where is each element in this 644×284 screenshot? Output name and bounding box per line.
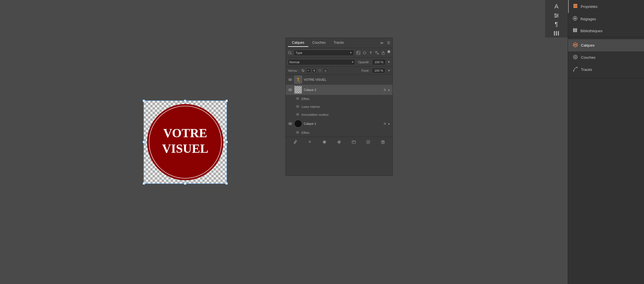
sub-effets-calque1-label: Effets [302, 131, 309, 134]
artwork-canvas: VOTRE VISUEL [144, 101, 227, 184]
svg-point-35 [363, 51, 366, 54]
add-fx-button[interactable]: fx [307, 139, 313, 145]
svg-point-55 [297, 114, 298, 115]
filter-icon-image[interactable] [356, 50, 361, 55]
svg-rect-22 [573, 28, 574, 32]
text-tool-icon[interactable]: A [548, 2, 565, 11]
sidebar-item-reglages[interactable]: Réglages [568, 13, 644, 25]
artwork-container[interactable]: VOTRE VISUEL [144, 101, 227, 184]
delete-layer-button[interactable] [380, 139, 386, 145]
svg-point-47 [290, 79, 291, 80]
layers-tab-controls: ≫ ☰ [380, 41, 390, 45]
adjust-icon[interactable] [548, 11, 565, 20]
group-layers-button[interactable] [351, 139, 357, 145]
filter-label: Type [296, 51, 302, 54]
sidebar-item-proprietes[interactable]: Propriétés [568, 0, 644, 13]
visibility-calque-1[interactable] [288, 121, 292, 126]
layer-votre-visuel[interactable]: T ⚠ VOTRE VISUEL [286, 75, 393, 85]
mask-button[interactable] [336, 139, 342, 145]
fill-label: Fond : [361, 69, 370, 72]
opacity-arrow[interactable]: ▼ [387, 60, 390, 64]
visibility-calque-2[interactable] [288, 88, 292, 92]
layers-panel-icon [573, 3, 578, 10]
svg-rect-12 [558, 31, 559, 36]
sidebar-item-bibliotheques[interactable]: Bibliothèques [568, 25, 644, 37]
calques-label-right: Calques [581, 43, 595, 47]
lock-artboard-icon[interactable] [318, 68, 322, 73]
fill-arrow[interactable]: ▼ [388, 69, 390, 72]
svg-rect-64 [352, 141, 355, 143]
svg-point-30 [576, 67, 578, 68]
layer-expand-calque-1[interactable]: ▲ [388, 122, 390, 125]
svg-rect-45 [325, 71, 326, 72]
sub-lueur-label: Lueur interne [302, 105, 320, 108]
fill-value[interactable]: 100 % [372, 68, 385, 73]
thumb-calque-1 [294, 120, 302, 128]
svg-rect-41 [302, 69, 303, 71]
lock-move-icon[interactable] [312, 68, 316, 73]
libraries-icon[interactable] [548, 29, 565, 38]
svg-rect-33 [357, 51, 360, 54]
eye-lueur-interne[interactable] [296, 105, 300, 109]
lock-paint-icon[interactable]: ✏ [306, 68, 311, 73]
filter-dot [387, 50, 390, 53]
new-fill-button[interactable] [321, 139, 328, 145]
layer-calque-1[interactable]: Calque 1 fx ▲ [286, 119, 393, 129]
tab-couches[interactable]: Couches [308, 39, 329, 47]
filter-icon-lock[interactable] [381, 50, 386, 55]
svg-rect-39 [382, 53, 384, 54]
menu-icon[interactable]: ☰ [387, 41, 390, 45]
lock-row: Verrou : ✏ [286, 67, 393, 75]
filter-dropdown-arrow: ▼ [350, 51, 352, 54]
right-panel: Propriétés Réglages [568, 0, 644, 284]
filter-icon-circle[interactable] [362, 50, 367, 55]
layers-content: T ⚠ VOTRE VISUEL Calque 2 fx ▲ [286, 75, 393, 137]
lock-transparent-icon[interactable] [301, 68, 305, 73]
layers-panel: Calques Couches Tracés ≫ ☰ Type ▼ [285, 38, 393, 176]
sub-effets-label: Effets [302, 97, 309, 101]
type-filter[interactable]: Type ▼ [294, 50, 354, 56]
svg-point-17 [574, 18, 576, 19]
filter-icons: T [356, 50, 390, 55]
tab-traces[interactable]: Tracés [329, 39, 348, 47]
blend-mode-select[interactable]: Normal ▼ [288, 59, 355, 65]
right-panel-calques[interactable]: Calques [568, 39, 644, 51]
right-panel-couches[interactable]: Couches [568, 51, 644, 64]
proprietes-label: Propriétés [581, 5, 597, 9]
svg-rect-10 [554, 31, 555, 36]
filter-icon-text[interactable]: T [368, 50, 373, 55]
blend-mode-value: Normal [289, 60, 299, 64]
right-panel-traces[interactable]: Tracés [568, 64, 644, 76]
visibility-votre-visuel[interactable] [288, 77, 292, 82]
sub-lueur-interne[interactable]: Lueur interne [286, 103, 393, 111]
paragraph-icon[interactable]: ¶ [548, 20, 565, 29]
layer-calque-2[interactable]: Calque 2 fx ▲ [286, 85, 393, 95]
sub-effets-calque1[interactable]: Effets [286, 129, 393, 137]
thumb-calque-2 [294, 86, 302, 94]
svg-text:VISUEL: VISUEL [162, 142, 208, 156]
lock-all-icon[interactable] [323, 68, 328, 73]
svg-point-34 [357, 52, 358, 53]
link-layers-button[interactable] [292, 139, 298, 145]
svg-point-8 [557, 15, 558, 16]
eye-incrustation[interactable] [296, 113, 300, 117]
layer-expand-calque-2[interactable]: ▲ [388, 88, 390, 91]
svg-rect-37 [377, 53, 378, 54]
svg-rect-24 [576, 28, 577, 32]
traces-label-right: Tracés [581, 67, 592, 72]
svg-point-27 [573, 55, 577, 59]
filter-icon-vector[interactable] [374, 50, 380, 55]
svg-point-53 [297, 106, 298, 107]
tab-calques[interactable]: Calques [288, 39, 308, 47]
sub-effets-calque2[interactable]: Effets [286, 95, 393, 103]
reglages-label: Réglages [580, 17, 596, 21]
layer-name-calque-2: Calque 2 [304, 88, 382, 91]
expand-icon[interactable]: ≫ [380, 41, 384, 45]
eye-effets-calque2[interactable] [296, 97, 300, 101]
opacity-value[interactable]: 100 % [372, 59, 386, 65]
svg-point-28 [574, 56, 576, 58]
new-layer-button[interactable] [365, 139, 371, 145]
sub-incrustation-couleur[interactable]: Incrustation couleur [286, 111, 393, 119]
eye-effets-calque1[interactable] [296, 131, 300, 135]
layer-name-votre-visuel: VOTRE VISUEL [304, 78, 390, 81]
